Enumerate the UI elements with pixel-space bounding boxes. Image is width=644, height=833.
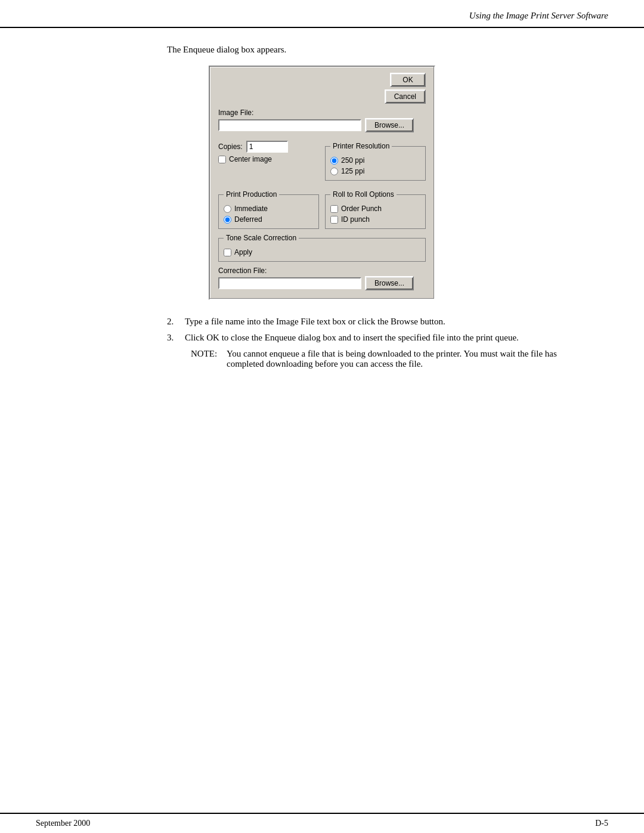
correction-file-input[interactable] bbox=[218, 277, 361, 289]
image-file-label: Image File: bbox=[218, 109, 426, 117]
step-2-num: 2. bbox=[167, 317, 179, 327]
printer-resolution-fieldset: Printer Resolution 250 ppi 125 ppi bbox=[325, 142, 426, 181]
ppi-250-label: 250 ppi bbox=[341, 156, 364, 165]
order-punch-row: Order Punch bbox=[330, 205, 420, 213]
intro-text: The Enqueue dialog box appears. bbox=[167, 45, 596, 55]
production-roll-row: Print Production Immediate Deferred bbox=[218, 185, 426, 229]
step-3: 3. Click OK to close the Enqueue dialog … bbox=[167, 333, 596, 343]
footer-left: September 2000 bbox=[36, 819, 90, 828]
ppi-125-label: 125 ppi bbox=[341, 167, 364, 175]
roll-to-roll-fieldset: Roll to Roll Options Order Punch ID punc… bbox=[325, 190, 426, 229]
immediate-row: Immediate bbox=[224, 205, 314, 213]
image-file-row: Browse... bbox=[218, 118, 426, 132]
roll-to-roll-section: Roll to Roll Options Order Punch ID punc… bbox=[325, 185, 426, 229]
deferred-row: Deferred bbox=[224, 215, 314, 224]
print-production-section: Print Production Immediate Deferred bbox=[218, 185, 319, 229]
ppi-250-radio[interactable] bbox=[330, 157, 338, 165]
step-3-num: 3. bbox=[167, 333, 179, 343]
print-production-legend: Print Production bbox=[224, 190, 279, 199]
center-image-checkbox[interactable] bbox=[218, 156, 226, 163]
copies-resolution-row: Copies: Center image Printer Resolution bbox=[218, 137, 426, 181]
tone-scale-legend: Tone Scale Correction bbox=[224, 234, 299, 242]
order-punch-label: Order Punch bbox=[341, 205, 382, 213]
enqueue-dialog: OK Cancel Image File: Browse... Copies: bbox=[209, 66, 435, 300]
browse-button-2[interactable]: Browse... bbox=[365, 276, 414, 290]
right-section: Printer Resolution 250 ppi 125 ppi bbox=[325, 137, 426, 181]
deferred-radio[interactable] bbox=[224, 216, 231, 224]
page-header: Using the Image Print Server Software bbox=[0, 0, 644, 28]
ppi-125-radio[interactable] bbox=[330, 168, 338, 175]
id-punch-row: ID punch bbox=[330, 215, 420, 224]
center-image-label: Center image bbox=[229, 155, 272, 163]
order-punch-checkbox[interactable] bbox=[330, 205, 338, 213]
correction-file-section: Correction File: Browse... bbox=[218, 267, 426, 290]
step-2: 2. Type a file name into the Image File … bbox=[167, 317, 596, 327]
note-label: NOTE: bbox=[191, 349, 221, 369]
deferred-label: Deferred bbox=[234, 215, 262, 224]
browse-button-1[interactable]: Browse... bbox=[365, 118, 414, 132]
cancel-button[interactable]: Cancel bbox=[385, 89, 426, 104]
note-text: You cannot enqueue a file that is being … bbox=[227, 349, 596, 369]
immediate-label: Immediate bbox=[234, 205, 268, 213]
ok-button[interactable]: OK bbox=[390, 73, 426, 87]
footer-right: D-5 bbox=[595, 819, 608, 828]
id-punch-checkbox[interactable] bbox=[330, 216, 338, 224]
header-title: Using the Image Print Server Software bbox=[469, 11, 608, 21]
apply-row: Apply bbox=[224, 248, 420, 256]
image-file-input[interactable] bbox=[218, 119, 361, 131]
ppi-250-row: 250 ppi bbox=[330, 156, 420, 165]
left-section: Copies: Center image bbox=[218, 137, 319, 181]
dialog-top-buttons: OK Cancel bbox=[218, 73, 426, 104]
print-production-fieldset: Print Production Immediate Deferred bbox=[218, 190, 319, 229]
immediate-radio[interactable] bbox=[224, 205, 231, 213]
ppi-125-row: 125 ppi bbox=[330, 167, 420, 175]
id-punch-label: ID punch bbox=[341, 215, 370, 224]
tone-scale-fieldset: Tone Scale Correction Apply bbox=[218, 234, 426, 262]
copies-input[interactable] bbox=[246, 141, 288, 153]
copies-label: Copies: bbox=[218, 143, 243, 151]
dialog-wrapper: OK Cancel Image File: Browse... Copies: bbox=[48, 66, 596, 300]
copies-row: Copies: bbox=[218, 141, 319, 153]
page-footer: September 2000 D-5 bbox=[0, 813, 644, 833]
apply-checkbox[interactable] bbox=[224, 249, 231, 256]
printer-resolution-legend: Printer Resolution bbox=[330, 142, 392, 150]
step-2-text: Type a file name into the Image File tex… bbox=[185, 317, 596, 327]
note-item: NOTE: You cannot enqueue a file that is … bbox=[191, 349, 596, 369]
step-3-text: Click OK to close the Enqueue dialog box… bbox=[185, 333, 596, 343]
page-content: The Enqueue dialog box appears. OK Cance… bbox=[0, 45, 644, 369]
center-image-row: Center image bbox=[218, 155, 319, 163]
correction-file-row: Browse... bbox=[218, 276, 426, 290]
correction-file-label: Correction File: bbox=[218, 267, 426, 275]
roll-to-roll-legend: Roll to Roll Options bbox=[330, 190, 397, 199]
numbered-list: 2. Type a file name into the Image File … bbox=[167, 317, 596, 369]
apply-label: Apply bbox=[234, 248, 252, 256]
